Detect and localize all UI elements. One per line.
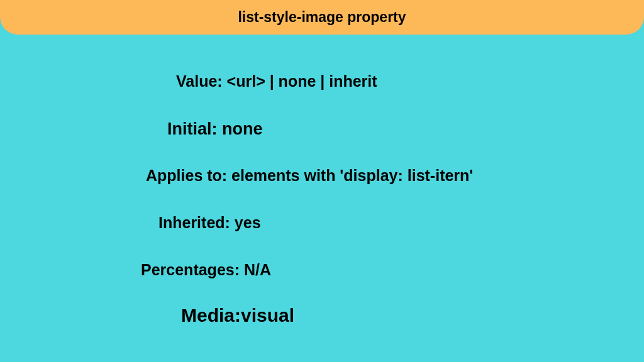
header-bar: list-style-image property bbox=[0, 0, 644, 35]
page-title: list-style-image property bbox=[238, 9, 406, 26]
property-initial: Initial: none bbox=[167, 119, 263, 139]
property-media: Media:visual bbox=[181, 305, 294, 326]
property-inherited: Inherited: yes bbox=[158, 214, 261, 232]
content-area: Value: <url> | none | inherit Initial: n… bbox=[0, 35, 644, 362]
property-percentages: Percentages: N/A bbox=[141, 261, 271, 279]
property-value: Value: <url> | none | inherit bbox=[176, 72, 377, 90]
property-applies-to: Applies to: elements with 'display: list… bbox=[146, 167, 473, 185]
